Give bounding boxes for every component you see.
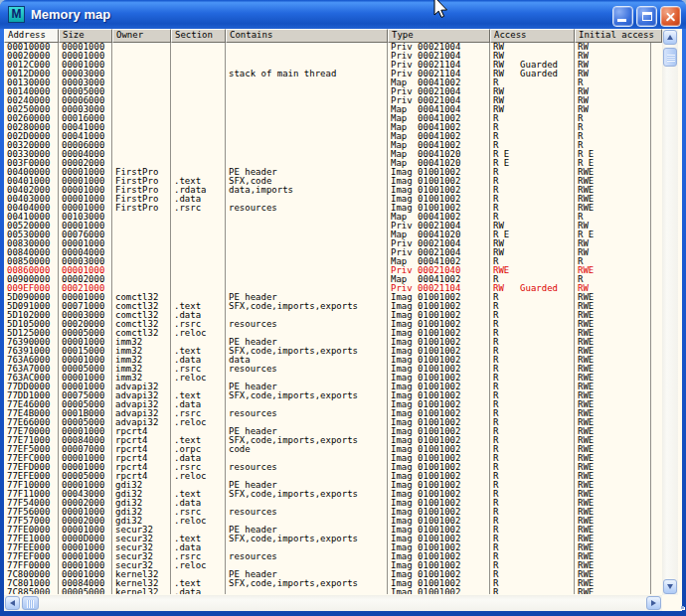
- horizontal-scroll-thumb[interactable]: [22, 596, 39, 610]
- table-row[interactable]: 763AC00000001000imm32.relocImag 01001002…: [4, 374, 662, 383]
- table-row[interactable]: 0040300000001000FirstPro.dataImag 010010…: [4, 195, 662, 204]
- table-row[interactable]: 763A700000005000imm32.rsrcresourcesImag …: [4, 365, 662, 374]
- table-row[interactable]: 0052000000001000Priv 00021004RWRW: [4, 222, 662, 231]
- column-header-initial-access[interactable]: Initial access: [575, 29, 662, 43]
- table-row[interactable]: 77DD000000001000advapi32PE headerImag 01…: [4, 383, 662, 391]
- column-header-owner[interactable]: Owner: [112, 29, 171, 43]
- table-row[interactable]: 0014000000005000Priv 00021004RWRW: [4, 87, 662, 96]
- column-header-section[interactable]: Section: [171, 29, 226, 43]
- table-row[interactable]: 77DD100000075000advapi32.textSFX,code,im…: [4, 391, 662, 400]
- table-row[interactable]: 0085000000003000Map 00041002RR: [4, 257, 662, 266]
- table-row[interactable]: 003F000000002000Map 00041020R ER E: [4, 159, 662, 168]
- table-row[interactable]: 0040200000001000FirstPro.rdatadata,impor…: [4, 186, 662, 195]
- table-row[interactable]: 0028000000041000Map 00041002RR: [4, 123, 662, 132]
- table-row[interactable]: 7C88500000005000kernel32.dataImag 010010…: [4, 588, 662, 594]
- table-row[interactable]: 0083000000001000Priv 00021004RWRW: [4, 239, 662, 248]
- table-row[interactable]: 7639100000015000imm32.textSFX,code,impor…: [4, 347, 662, 356]
- table-row[interactable]: 7639000000001000imm32PE headerImag 01001…: [4, 338, 662, 347]
- table-row[interactable]: 77E7100000084000rpcrt4.textSFX,code,impo…: [4, 436, 662, 445]
- table-row[interactable]: 0012D00000003000stack of main threadPriv…: [4, 70, 662, 78]
- table-row[interactable]: 77EFE00000005000rpcrt4.relocImag 0100100…: [4, 472, 662, 481]
- column-header-access[interactable]: Access: [490, 29, 575, 43]
- table-row[interactable]: 0090000000002000Map 00041002RR: [4, 275, 662, 284]
- table-row[interactable]: 0040000000001000FirstProPE headerImag 01…: [4, 168, 662, 177]
- maximize-button[interactable]: [636, 6, 657, 27]
- table-row[interactable]: 77EFD00000001000rpcrt4.rsrcresourcesImag…: [4, 463, 662, 472]
- column-header-type[interactable]: Type: [388, 29, 490, 43]
- table-row[interactable]: 77EF500000007000rpcrt4.orpccodeImag 0100…: [4, 445, 662, 454]
- table-row[interactable]: 5D10500000020000comctl32.rsrcresourcesIm…: [4, 320, 662, 329]
- cell-type: Imag 01001002: [388, 365, 490, 374]
- cell-filler: [651, 526, 662, 535]
- table-row[interactable]: 77E6600000005000advapi32.relocImag 01001…: [4, 418, 662, 427]
- table-row[interactable]: 0033000000004000Map 00041020R ER E: [4, 150, 662, 159]
- column-header-contains[interactable]: Contains: [226, 29, 388, 43]
- table-row[interactable]: 0025000000003000Map 00041004RWRW: [4, 105, 662, 114]
- table-row[interactable]: 77EFC00000001000rpcrt4.dataImag 01001002…: [4, 454, 662, 463]
- table-row[interactable]: 5D10200000003000comctl32.dataImag 010010…: [4, 311, 662, 320]
- table-row[interactable]: 7C80000000001000kernel32PE headerImag 01…: [4, 570, 662, 579]
- table-row[interactable]: 77F5700000002000gdi32.relocImag 01001002…: [4, 517, 662, 526]
- table-row[interactable]: 5D09100000071000comctl32.textSFX,code,im…: [4, 302, 662, 311]
- scroll-up-button[interactable]: [663, 30, 677, 45]
- table-row[interactable]: 0013000000003000Map 00041002RR: [4, 78, 662, 87]
- table-row[interactable]: 763A600000001000imm32.datadataImag 01001…: [4, 356, 662, 365]
- table-row[interactable]: 77FEF00000001000secur32.rsrcresourcesIma…: [4, 552, 662, 561]
- cell-access: R: [490, 78, 575, 87]
- column-header-address[interactable]: Address: [4, 29, 59, 43]
- table-row[interactable]: 0002000000001000Priv 00021004RWRW: [4, 52, 662, 61]
- table-row[interactable]: 0084000000004000Priv 00021004RWRW: [4, 248, 662, 257]
- table-row[interactable]: 5D12500000005000comctl32.relocImag 01001…: [4, 329, 662, 338]
- table-row[interactable]: 0040400000001000FirstPro.rsrcresourcesIm…: [4, 204, 662, 213]
- cell-size: 00003000: [59, 70, 112, 78]
- scroll-right-button[interactable]: [646, 596, 661, 610]
- table-row[interactable]: 002D000000041000Map 00041002RR: [4, 132, 662, 141]
- column-header-size[interactable]: Size: [59, 29, 112, 43]
- table-row[interactable]: 77FE10000000D000secur32.textSFX,code,imp…: [4, 535, 662, 543]
- table-row[interactable]: 77FEE00000001000secur32.dataImag 0100100…: [4, 543, 662, 552]
- cell-contains: [226, 543, 388, 552]
- cell-filler: [651, 374, 662, 383]
- table-row[interactable]: 7C80100000084000kernel32.textSFX,code,im…: [4, 579, 662, 588]
- cell-initial-access: RWE: [575, 561, 651, 570]
- minimize-button[interactable]: [612, 6, 633, 27]
- cell-size: 00001000: [59, 52, 112, 61]
- table-row[interactable]: 0026000000016000Map 00041002RR: [4, 114, 662, 123]
- resize-grip[interactable]: [678, 595, 686, 611]
- table-row[interactable]: 77E4600000005000advapi32.dataImag 010010…: [4, 400, 662, 409]
- table-row[interactable]: 009EF00000021000Priv 00021104RW GuardedR…: [4, 284, 662, 293]
- titlebar[interactable]: M Memory map: [0, 0, 686, 29]
- table-row[interactable]: 77FE000000001000secur32PE headerImag 010…: [4, 526, 662, 535]
- table-row[interactable]: 77FF000000001000secur32.relocImag 010010…: [4, 561, 662, 570]
- table-row[interactable]: 77F1000000001000gdi32PE headerImag 01001…: [4, 481, 662, 490]
- table-row[interactable]: 0040100000001000FirstPro.textSFX,codeIma…: [4, 177, 662, 186]
- cell-owner: [112, 70, 171, 78]
- app-icon[interactable]: M: [8, 6, 25, 23]
- table-row[interactable]: 0053000000076000Map 00041020R ER E: [4, 231, 662, 239]
- table-row[interactable]: 77F1100000043000gdi32.textSFX,code,impor…: [4, 490, 662, 499]
- close-button[interactable]: [660, 6, 681, 27]
- cell-contains: [226, 239, 388, 248]
- horizontal-scrollbar[interactable]: [4, 595, 662, 611]
- scroll-down-button[interactable]: [663, 579, 677, 594]
- table-row[interactable]: 77E7000000001000rpcrt4PE headerImag 0100…: [4, 427, 662, 436]
- vertical-scrollbar[interactable]: [662, 29, 678, 595]
- table-row[interactable]: 5D09000000001000comctl32PE headerImag 01…: [4, 293, 662, 302]
- table-row[interactable]: 0041000000103000Map 00041002RR: [4, 213, 662, 222]
- table-row[interactable]: 77F5600000001000gdi32.rsrcresourcesImag …: [4, 508, 662, 517]
- cell-access: R: [490, 329, 575, 338]
- cell-initial-access: RWE: [575, 454, 651, 463]
- cell-owner: [112, 284, 171, 293]
- table-row[interactable]: 0032000000006000Map 00041002RR: [4, 141, 662, 150]
- cell-filler: [651, 311, 662, 320]
- cell-access: R: [490, 427, 575, 436]
- table-row[interactable]: 77E4B0000001B000advapi32.rsrcresourcesIm…: [4, 409, 662, 418]
- vertical-scroll-thumb[interactable]: [663, 48, 677, 67]
- cell-size: 00001000: [59, 338, 112, 347]
- scroll-left-button[interactable]: [5, 596, 20, 610]
- table-row[interactable]: 0012C00000001000Priv 00021104RW GuardedR…: [4, 61, 662, 70]
- table-row[interactable]: 0086000000001000Priv 00021040RWERWE: [4, 266, 662, 275]
- table-row[interactable]: 0001000000001000Priv 00021004RWRW: [4, 43, 662, 52]
- table-row[interactable]: 77F5400000002000gdi32.dataImag 01001002R…: [4, 499, 662, 508]
- table-row[interactable]: 0024000000006000Priv 00021004RWRW: [4, 96, 662, 105]
